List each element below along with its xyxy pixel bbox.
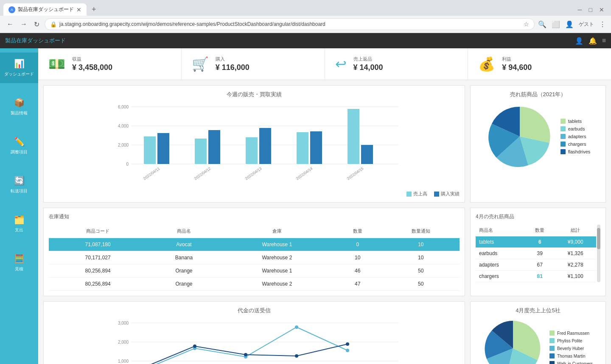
bar-sales-3 <box>246 137 258 164</box>
table-row[interactable]: 80,256,894 Orange Warehouse 1 46 50 <box>49 264 460 278</box>
header-menu-icon[interactable]: ≡ <box>602 37 606 45</box>
revenue-card: 💵 収益 ¥ 3,458,000 <box>38 48 182 80</box>
adapters-label: adapters <box>568 134 586 139</box>
returns-label: 売上返品 <box>353 56 383 62</box>
revenue-icon: 💵 <box>48 56 65 72</box>
top-row3-total: ¥2,278 <box>555 259 596 271</box>
profit-value: ¥ 94,600 <box>502 63 532 72</box>
col-total: 総計 <box>555 225 596 236</box>
sidebar-item-transfers[interactable]: 🔄 転送項目 <box>0 169 38 200</box>
summary-cards: 💵 収益 ¥ 3,458,000 🛒 購入 ¥ 116,000 ↩ <box>38 48 611 80</box>
list-item[interactable]: tablets 6 ¥9,000 <box>476 236 596 248</box>
active-tab[interactable]: A 製品在庫ダッシュボード ✕ <box>3 3 87 16</box>
bar-sales-4 <box>297 132 308 164</box>
address-bar: ← → ↻ 🔒 ja.staging.onboarding.grapecity.… <box>0 16 611 33</box>
legend-tablets: tablets <box>561 119 591 124</box>
transfers-icon: 🔄 <box>14 175 25 186</box>
header-user-icon[interactable]: 👤 <box>575 37 583 45</box>
bar-purchase-2 <box>208 130 220 164</box>
table-row[interactable]: 71,087,180 Avocat Warehouse 1 0 10 <box>49 238 460 251</box>
purchase-value: ¥ 116,000 <box>216 63 249 72</box>
legend-chargers: chargers <box>561 142 591 147</box>
bar-purchase-3 <box>259 128 271 164</box>
revenue-value: ¥ 3,458,000 <box>72 63 112 72</box>
svg-text:2022/04/14: 2022/04/14 <box>295 167 314 181</box>
search-icon[interactable]: 🔍 <box>538 20 547 28</box>
col-code: 商品コード <box>49 225 147 238</box>
table-header-row: 商品コード 商品名 倉庫 数量 数量通知 <box>49 225 460 238</box>
new-tab-button[interactable]: + <box>88 3 100 16</box>
list-item[interactable]: adapters 67 ¥2,278 <box>476 259 596 271</box>
top5-chart-panel: 4月度売上上位5社 Fr <box>470 301 606 364</box>
header-actions: 👤 🔔 ≡ <box>575 37 606 45</box>
col-product-name: 商品名 <box>476 225 525 236</box>
sidebar-item-dashboard[interactable]: 📊 ダッシュボード <box>0 53 38 83</box>
svg-text:1,000: 1,000 <box>118 359 129 364</box>
close-window-button[interactable]: ✕ <box>599 6 604 13</box>
main-content: 💵 収益 ¥ 3,458,000 🛒 購入 ¥ 116,000 ↩ <box>38 48 611 364</box>
svg-text:6,000: 6,000 <box>118 105 129 109</box>
walkin-color <box>549 361 555 364</box>
app: 製品在庫ダッシュボード 👤 🔔 ≡ 📊 ダッシュボード 📦 製品情報 ✏️ 調整… <box>0 33 611 364</box>
cast-icon[interactable]: ⬜ <box>552 20 560 28</box>
table-row[interactable]: 80,256,894 Orange Warehouse 2 47 50 <box>49 278 460 291</box>
table-row[interactable]: 70,171,027 Banana Warehouse 2 10 10 <box>49 251 460 264</box>
fred-label: Fred Rasmussen <box>557 331 589 336</box>
minimize-button[interactable]: ─ <box>578 6 582 13</box>
forward-button[interactable]: → <box>19 19 29 30</box>
payment-chart-panel: 代金の送受信 3,000 2,000 1,000 <box>43 301 465 364</box>
sidebar-label-estimates: 見積 <box>15 266 23 272</box>
header-bell-icon[interactable]: 🔔 <box>589 37 597 45</box>
list-item[interactable]: earbuds 39 ¥1,326 <box>476 248 596 259</box>
svg-text:2,000: 2,000 <box>118 143 129 147</box>
svg-text:2022/04/15: 2022/04/15 <box>346 167 364 181</box>
point2-3 <box>244 353 247 356</box>
tab-close-button[interactable]: ✕ <box>76 6 81 13</box>
scrollbar-thumb[interactable] <box>597 228 600 249</box>
sidebar-item-expenses[interactable]: 🗂️ 支出 <box>0 208 38 239</box>
legend-purchase: 購入実績 <box>434 191 460 197</box>
bar-purchase-4 <box>310 131 322 164</box>
row1-notify: 10 <box>382 238 460 251</box>
beverly-color <box>549 346 555 351</box>
revenue-label: 収益 <box>72 56 112 62</box>
top-row1-qty: 6 <box>525 236 555 248</box>
top-monthly-title: 4月の売れ筋商品 <box>476 213 600 220</box>
legend-beverly: Beverly Huber <box>549 346 593 351</box>
returns-card: ↩ 売上返品 ¥ 14,000 <box>325 48 468 80</box>
top-monthly-scroll-container[interactable]: 商品名 数量 総計 tablets 6 ¥9,000 <box>476 225 600 282</box>
legend-purchase-label: 購入実績 <box>441 191 460 197</box>
flashdrives-color <box>561 149 566 154</box>
tablets-color <box>561 119 566 124</box>
sidebar-item-products[interactable]: 📦 製品情報 <box>0 92 38 122</box>
sidebar-item-adjustments[interactable]: ✏️ 調整項目 <box>0 131 38 161</box>
payment-line-chart: 3,000 2,000 1,000 <box>49 319 460 364</box>
legend-adapters: adapters <box>561 134 591 139</box>
url-text: ja.staging.onboarding.grapecity.com/wijm… <box>59 21 521 27</box>
dashboard-icon: 📊 <box>14 58 25 69</box>
thomas-label: Thomas Martin <box>557 354 586 358</box>
returns-value: ¥ 14,000 <box>353 63 383 72</box>
row1-name: Avocat <box>147 238 221 251</box>
point2-4 <box>295 354 298 358</box>
earbuds-label: earbuds <box>568 126 585 131</box>
menu-icon[interactable]: ⋮ <box>599 20 606 28</box>
list-item[interactable]: chargers 81 ¥1,100 <box>476 271 596 282</box>
maximize-button[interactable]: □ <box>589 6 592 13</box>
walkin-label: Walk-in Customers <box>557 361 593 364</box>
url-bar[interactable]: 🔒 ja.staging.onboarding.grapecity.com/wi… <box>45 18 535 30</box>
back-button[interactable]: ← <box>5 19 15 30</box>
reload-button[interactable]: ↻ <box>32 19 41 30</box>
profit-card: 💰 利益 ¥ 94,600 <box>468 48 611 80</box>
sidebar-item-estimates[interactable]: 🧮 見積 <box>0 247 38 278</box>
svg-text:0: 0 <box>126 162 129 167</box>
browser-chrome: A 製品在庫ダッシュボード ✕ + ─ □ ✕ ← → ↻ 🔒 ja.stagi… <box>0 0 611 33</box>
svg-text:4,000: 4,000 <box>118 124 129 128</box>
user-icon[interactable]: 👤 <box>565 20 574 28</box>
tab-favicon: A <box>8 6 15 13</box>
bookmark-icon[interactable]: ☆ <box>524 21 529 28</box>
row1-qty: 0 <box>333 238 382 251</box>
svg-text:3,000: 3,000 <box>118 321 129 325</box>
row3-code: 80,256,894 <box>49 264 147 278</box>
top5-legend: Fred Rasmussen Phyliss Polite Beverly Hu… <box>549 331 593 364</box>
